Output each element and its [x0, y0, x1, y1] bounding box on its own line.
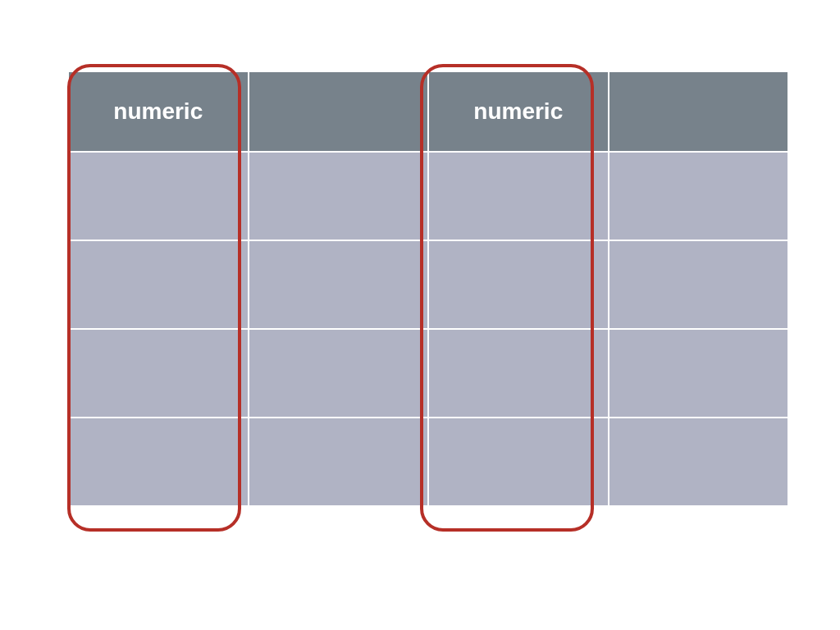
column-header-2: numeric: [429, 72, 608, 151]
table-cell: [249, 153, 428, 240]
table-cell: [609, 330, 788, 417]
table-cell: [69, 418, 248, 505]
table-cell: [249, 330, 428, 417]
table-cell: [249, 241, 428, 328]
column-header-0: numeric: [69, 72, 248, 151]
table-cell: [429, 241, 608, 328]
table-cell: [429, 418, 608, 505]
table-cell: [69, 241, 248, 328]
data-table: numeric numeric: [69, 72, 788, 505]
table-cell: [609, 418, 788, 505]
table-cell: [609, 153, 788, 240]
table-cell: [69, 330, 248, 417]
table-cell: [69, 153, 248, 240]
table-cell: [429, 153, 608, 240]
column-header-3: [609, 72, 788, 151]
column-header-1: [249, 72, 428, 151]
table-cell: [429, 330, 608, 417]
table-grid: numeric numeric: [69, 72, 788, 505]
table-cell: [609, 241, 788, 328]
table-cell: [249, 418, 428, 505]
